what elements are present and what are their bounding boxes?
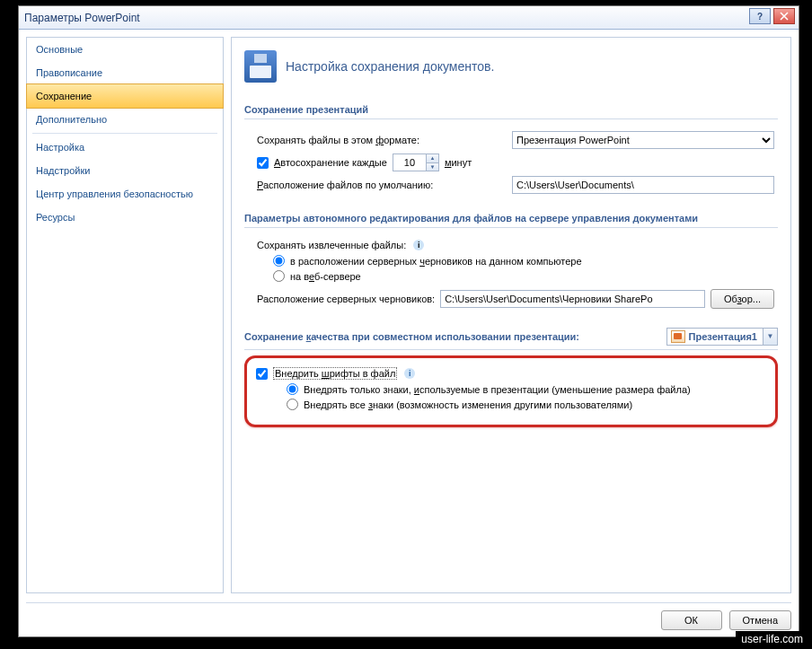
dialog-footer: ОК Отмена xyxy=(26,602,791,631)
sidebar-item-general[interactable]: Основные xyxy=(27,38,223,61)
category-sidebar: Основные Правописание Сохранение Дополни… xyxy=(26,37,224,593)
autosave-label: Автосохранение каждые xyxy=(274,157,387,168)
dialog-window: Параметры PowerPoint Основные Правописан… xyxy=(18,5,799,637)
panel-heading: Настройка сохранения документов. xyxy=(286,59,494,74)
radio-embed-used-label: Внедрять только знаки, используемые в пр… xyxy=(304,384,691,395)
radio-embed-used[interactable] xyxy=(287,383,298,395)
presentation-icon xyxy=(671,330,685,343)
browse-button[interactable]: Обзор... xyxy=(710,289,774,309)
sidebar-item-proofing[interactable]: Правописание xyxy=(27,61,223,84)
autosave-unit: минут xyxy=(445,157,472,168)
spinner-down[interactable]: ▼ xyxy=(426,162,438,171)
drafts-location-input[interactable] xyxy=(440,290,705,308)
cancel-button[interactable]: Отмена xyxy=(729,610,791,630)
presentation-name: Презентация1 xyxy=(689,331,763,342)
close-button[interactable] xyxy=(773,8,795,24)
format-label: Сохранять файлы в этом формате: xyxy=(257,135,419,145)
embed-fonts-label: Внедрить шрифты в файл xyxy=(273,367,397,380)
autosave-spinner[interactable]: ▲▼ xyxy=(393,153,439,171)
embed-fonts-checkbox[interactable] xyxy=(256,368,268,380)
spinner-up[interactable]: ▲ xyxy=(426,154,438,162)
ok-button[interactable]: ОК xyxy=(661,610,722,630)
section-save-presentations: Сохранение презентаций xyxy=(244,99,778,119)
default-location-label: Расположение файлов по умолчанию: xyxy=(257,180,433,190)
autosave-value[interactable] xyxy=(393,154,426,171)
radio-web-server-label: на веб-сервере xyxy=(290,271,361,282)
sidebar-separator xyxy=(32,133,217,134)
radio-embed-all[interactable] xyxy=(287,399,298,410)
sidebar-item-customize[interactable]: Настройка xyxy=(27,136,223,159)
sidebar-item-addins[interactable]: Надстройки xyxy=(27,159,223,182)
titlebar: Параметры PowerPoint xyxy=(19,6,799,30)
presentation-selector[interactable]: Презентация1 ▼ xyxy=(666,328,778,346)
autosave-checkbox[interactable] xyxy=(257,157,269,169)
drafts-location-label: Расположение серверных черновиков: xyxy=(257,294,435,304)
radio-local-drafts[interactable] xyxy=(273,255,285,267)
highlight-box: Внедрить шрифты в файлi Внедрять только … xyxy=(244,355,778,427)
default-location-input[interactable] xyxy=(512,176,774,194)
section-quality-label: Сохранение качества при совместном испол… xyxy=(244,331,579,342)
chevron-down-icon[interactable]: ▼ xyxy=(763,329,777,345)
radio-embed-all-label: Внедрять все знаки (возможность изменени… xyxy=(304,399,632,410)
sidebar-item-advanced[interactable]: Дополнительно xyxy=(27,108,223,131)
radio-local-drafts-label: в расположении серверных черновиков на д… xyxy=(290,256,582,267)
save-icon xyxy=(244,50,277,83)
help-button[interactable] xyxy=(749,8,771,24)
sidebar-item-resources[interactable]: Ресурсы xyxy=(27,206,223,229)
main-panel: Настройка сохранения документов. Сохране… xyxy=(231,37,791,593)
radio-web-server[interactable] xyxy=(273,270,285,282)
format-select[interactable]: Презентация PowerPoint xyxy=(512,131,774,149)
info-icon[interactable]: i xyxy=(413,240,424,250)
window-title: Параметры PowerPoint xyxy=(24,12,140,24)
info-icon[interactable]: i xyxy=(404,368,415,379)
watermark: user-life.com xyxy=(736,631,808,647)
save-extracted-label: Сохранять извлеченные файлы: xyxy=(257,240,406,250)
sidebar-item-trust[interactable]: Центр управления безопасностью xyxy=(27,182,223,206)
sidebar-item-save[interactable]: Сохранение xyxy=(26,83,224,109)
section-quality-sharing: Сохранение качества при совместном испол… xyxy=(244,322,778,350)
section-offline-editing: Параметры автономного редактирования для… xyxy=(244,207,778,228)
